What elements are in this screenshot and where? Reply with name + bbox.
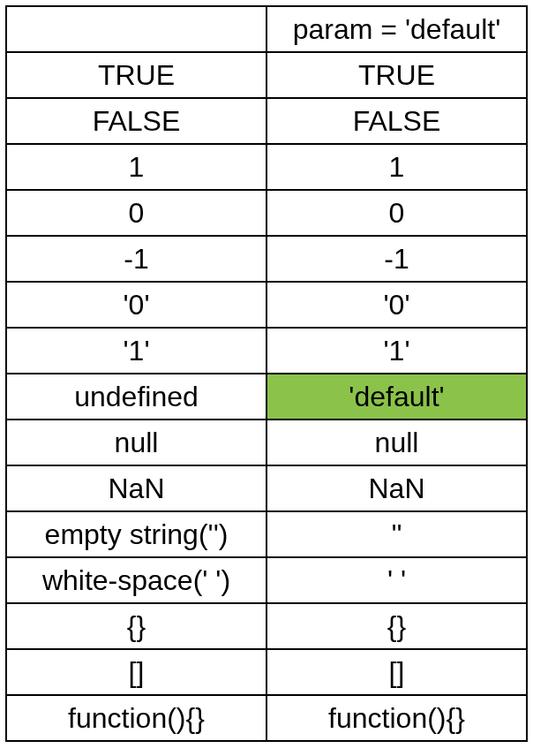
- cell-right: '': [266, 511, 527, 557]
- table-row: empty string('')'': [6, 511, 527, 557]
- cell-right: 0: [266, 190, 527, 236]
- cell-left: FALSE: [6, 98, 266, 144]
- table-row: nullnull: [6, 420, 527, 465]
- cell-left: empty string(''): [6, 511, 266, 557]
- cell-left: function(){}: [6, 695, 266, 741]
- cell-left: NaN: [6, 465, 266, 511]
- header-empty-cell: [6, 6, 266, 52]
- cell-right: 'default': [266, 374, 527, 420]
- table-row: 11: [6, 144, 527, 190]
- table-row: function(){}function(){}: [6, 695, 527, 741]
- cell-right: FALSE: [266, 98, 527, 144]
- cell-right: {}: [266, 603, 527, 649]
- table-row: '0''0': [6, 282, 527, 328]
- cell-right: TRUE: [266, 52, 527, 98]
- table-row: '1''1': [6, 328, 527, 374]
- cell-right: ' ': [266, 557, 527, 603]
- cell-left: white-space(' '): [6, 557, 266, 603]
- table-body: param = 'default' TRUETRUEFALSEFALSE1100…: [6, 6, 527, 741]
- cell-left: null: [6, 420, 266, 465]
- cell-left: '1': [6, 328, 266, 374]
- cell-right: -1: [266, 236, 527, 282]
- cell-right: 1: [266, 144, 527, 190]
- cell-left: TRUE: [6, 52, 266, 98]
- table-row: undefined'default': [6, 374, 527, 420]
- table-header-row: param = 'default': [6, 6, 527, 52]
- cell-left: -1: [6, 236, 266, 282]
- cell-left: 1: [6, 144, 266, 190]
- table-row: NaNNaN: [6, 465, 527, 511]
- header-right-cell: param = 'default': [266, 6, 527, 52]
- table-row: 00: [6, 190, 527, 236]
- cell-right: null: [266, 420, 527, 465]
- table-row: [][]: [6, 649, 527, 695]
- cell-left: 0: [6, 190, 266, 236]
- cell-left: undefined: [6, 374, 266, 420]
- cell-left: []: [6, 649, 266, 695]
- default-param-table: param = 'default' TRUETRUEFALSEFALSE1100…: [5, 5, 528, 742]
- table-row: FALSEFALSE: [6, 98, 527, 144]
- table-row: -1-1: [6, 236, 527, 282]
- cell-right: function(){}: [266, 695, 527, 741]
- table-row: white-space(' ')' ': [6, 557, 527, 603]
- cell-left: {}: [6, 603, 266, 649]
- cell-right: NaN: [266, 465, 527, 511]
- table-row: TRUETRUE: [6, 52, 527, 98]
- cell-right: '1': [266, 328, 527, 374]
- cell-right: []: [266, 649, 527, 695]
- table-row: {}{}: [6, 603, 527, 649]
- cell-right: '0': [266, 282, 527, 328]
- cell-left: '0': [6, 282, 266, 328]
